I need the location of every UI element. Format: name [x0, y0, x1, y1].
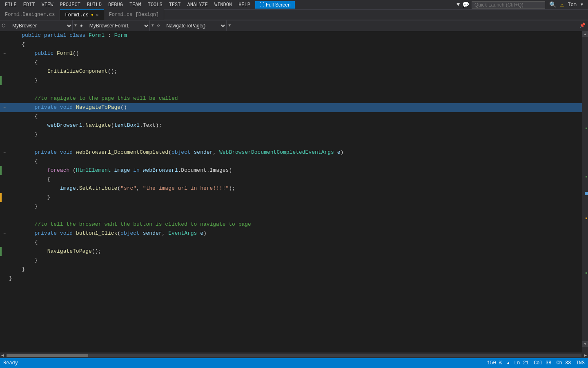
- code-content-23[interactable]: private void button1_Click(object sender…: [7, 229, 582, 238]
- code-content-1[interactable]: public partial class Form1 : Form: [7, 31, 582, 40]
- tab-form1-designer[interactable]: Form1.Designer.cs: [0, 9, 60, 20]
- code-content-18[interactable]: image.SetAttribute("src", "the image url…: [7, 184, 582, 193]
- horizontal-scrollbar[interactable]: ◀ ▶: [0, 352, 588, 358]
- code-content-22[interactable]: //to tell the broswer waht the button is…: [7, 220, 582, 229]
- scroll-mark-green-1: [586, 128, 587, 129]
- menu-window[interactable]: WINDOW: [211, 1, 235, 9]
- class-dropdown-arrow: ▼: [73, 23, 78, 28]
- vertical-scrollbar[interactable]: ▲ ▼: [582, 31, 588, 352]
- class-icon: ⬡: [0, 23, 7, 28]
- code-content-12[interactable]: }: [7, 130, 582, 139]
- code-content-13[interactable]: [7, 139, 582, 148]
- code-content-7[interactable]: [7, 85, 582, 94]
- code-line-10: {: [0, 112, 582, 121]
- class-dropdown[interactable]: MyBrowser: [7, 20, 73, 31]
- menu-analyze[interactable]: ANALYZE: [184, 1, 211, 9]
- scroll-mark-yellow-1: [586, 218, 587, 219]
- filter-icon[interactable]: ▼: [457, 2, 460, 8]
- menu-help[interactable]: HELP: [235, 1, 254, 9]
- collapse-btn-24: [2, 238, 7, 247]
- code-line-11: webBrowser1.Navigate(textBox1.Text);: [0, 121, 582, 130]
- member-dropdown[interactable]: NavigateToPage(): [161, 20, 227, 31]
- type-dropdown-arrow: ▼: [150, 23, 156, 28]
- collapse-btn-18: [2, 184, 7, 193]
- warning-icon: ⚠: [560, 1, 564, 8]
- code-line-14: − private void webBrowser1_DocumentCompl…: [0, 148, 582, 157]
- scroll-left-button[interactable]: ◀: [0, 353, 5, 358]
- menu-file[interactable]: FILE: [2, 1, 20, 9]
- menu-project[interactable]: PROJECT: [56, 1, 83, 9]
- collapse-btn-17: [2, 175, 7, 184]
- quick-launch-input[interactable]: [472, 1, 545, 9]
- code-line-28: }: [0, 274, 582, 283]
- code-content-9[interactable]: private void NavigateToPage(): [7, 103, 582, 112]
- collapse-btn-19: [2, 193, 7, 202]
- menu-edit[interactable]: EDIT: [20, 1, 38, 9]
- status-ins: INS: [576, 360, 585, 366]
- code-content-20[interactable]: }: [7, 202, 582, 211]
- code-content-26[interactable]: }: [7, 256, 582, 265]
- code-content-15[interactable]: {: [7, 157, 582, 166]
- code-line-21: [0, 211, 582, 220]
- tabbar: Form1.Designer.cs Form1.cs ● ✕ Form1.cs …: [0, 10, 588, 20]
- zoom-scroll-left[interactable]: ◀: [507, 361, 509, 366]
- code-content-8[interactable]: //to nagigate to the page this will be c…: [7, 94, 582, 103]
- scroll-up-button[interactable]: ▲: [582, 31, 588, 37]
- menu-build[interactable]: BUILD: [84, 1, 105, 9]
- scroll-down-button[interactable]: ▼: [582, 341, 588, 347]
- user-name[interactable]: Tom: [566, 2, 578, 8]
- chat-icon[interactable]: 💬: [462, 1, 469, 8]
- code-content-5[interactable]: InitializeComponent();: [7, 67, 582, 76]
- code-line-18: image.SetAttribute("src", "the image url…: [0, 184, 582, 193]
- tab-form1-design[interactable]: Form1.cs [Design]: [104, 9, 164, 20]
- code-content-2[interactable]: {: [7, 40, 582, 49]
- pin-icon[interactable]: 📌: [577, 22, 588, 29]
- type-dropdown[interactable]: MyBrowser.Form1: [85, 20, 150, 31]
- menu-tools[interactable]: TOOLS: [145, 1, 166, 9]
- tab-close-form1-cs[interactable]: ✕: [96, 12, 99, 18]
- menu-team[interactable]: TEAM: [126, 1, 145, 9]
- menu-view[interactable]: VIEW: [38, 1, 57, 9]
- fullscreen-button[interactable]: ⛶ Full Screen: [255, 1, 295, 9]
- user-dropdown-icon[interactable]: ▼: [581, 2, 583, 7]
- tab-form1-cs[interactable]: Form1.cs ● ✕: [60, 9, 104, 20]
- code-editor[interactable]: public partial class Form1 : Form {− pub…: [0, 31, 582, 352]
- scroll-mark-highlight: [585, 192, 588, 195]
- code-content-28[interactable]: }: [7, 274, 582, 283]
- collapse-btn-14[interactable]: −: [2, 148, 7, 157]
- search-icon[interactable]: 🔍: [548, 1, 558, 8]
- collapse-btn-28: [2, 274, 7, 283]
- code-line-1: public partial class Form1 : Form: [0, 31, 582, 40]
- code-line-9: − private void NavigateToPage(): [0, 103, 582, 112]
- code-line-7: [0, 85, 582, 94]
- code-line-26: }: [0, 256, 582, 265]
- code-content-10[interactable]: {: [7, 112, 582, 121]
- collapse-btn-9[interactable]: −: [2, 103, 7, 112]
- scroll-right-button[interactable]: ▶: [583, 353, 588, 358]
- code-line-2: {: [0, 40, 582, 49]
- code-content-19[interactable]: }: [7, 193, 582, 202]
- collapse-btn-3[interactable]: −: [2, 49, 7, 58]
- code-content-4[interactable]: {: [7, 58, 582, 67]
- code-content-16[interactable]: foreach (HtmlElement image in webBrowser…: [7, 166, 582, 175]
- hscroll-thumb[interactable]: [7, 354, 88, 357]
- member-icon: ◇: [156, 23, 162, 28]
- menu-test[interactable]: TEST: [166, 1, 184, 9]
- status-ln: Ln 21: [514, 360, 529, 366]
- collapse-btn-11: [2, 121, 7, 130]
- fullscreen-label: Full Screen: [266, 2, 291, 8]
- hscroll-track[interactable]: [7, 354, 581, 357]
- code-content-21[interactable]: [7, 211, 582, 220]
- code-content-17[interactable]: {: [7, 175, 582, 184]
- collapse-btn-4: [2, 58, 7, 67]
- collapse-btn-23[interactable]: −: [2, 229, 7, 238]
- code-content-27[interactable]: }: [7, 265, 582, 274]
- code-content-14[interactable]: private void webBrowser1_DocumentComplet…: [7, 148, 582, 157]
- code-content-24[interactable]: {: [7, 238, 582, 247]
- collapse-btn-20: [2, 202, 7, 211]
- code-content-11[interactable]: webBrowser1.Navigate(textBox1.Text);: [7, 121, 582, 130]
- menu-debug[interactable]: DEBUG: [105, 1, 126, 9]
- code-content-3[interactable]: public Form1(): [7, 49, 582, 58]
- code-content-6[interactable]: }: [7, 76, 582, 85]
- code-content-25[interactable]: NavigateToPage();: [7, 247, 582, 256]
